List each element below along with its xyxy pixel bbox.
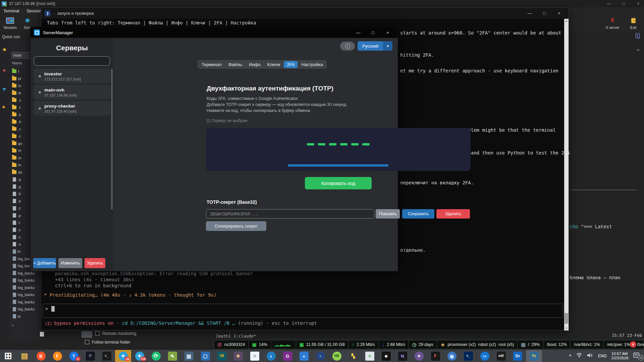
maximize-button[interactable]: □ xyxy=(366,30,380,35)
taskbar-app[interactable]: ⊞ xyxy=(0,350,16,362)
maximize-button[interactable]: □ xyxy=(621,1,627,6)
x-server-button[interactable]: X X server xyxy=(604,16,621,29)
sftp-path-input[interactable]: /root/ xyxy=(11,52,33,59)
server-list-item[interactable]: main-ovh 37.187.136.86 [ssh] xyxy=(34,85,110,100)
tab[interactable]: Инфо xyxy=(246,61,263,68)
tab[interactable]: Файлы xyxy=(225,61,245,68)
close-button[interactable]: × xyxy=(380,30,395,35)
terminal-scrollbar[interactable]: ▲ ▼ xyxy=(564,19,569,330)
file-row[interactable]: log_backu xyxy=(10,284,41,291)
taskbar-app[interactable]: ▤ xyxy=(16,350,33,362)
taskbar-app[interactable]: N xyxy=(394,350,411,362)
language-dropdown[interactable]: Русский ▾ xyxy=(358,41,392,51)
language-indicator[interactable]: ENG xyxy=(598,354,607,358)
totp-code-panel[interactable] xyxy=(206,128,471,171)
taskbar-app[interactable]: ✈ .26 xyxy=(115,350,131,362)
taskbar-app[interactable]: ◉ xyxy=(444,350,460,362)
notification-center-icon[interactable]: 32 xyxy=(633,353,641,359)
server-search-input[interactable] xyxy=(34,56,110,66)
favorites-star-icon[interactable]: ★ xyxy=(2,46,7,53)
taskbar-app[interactable]: ≈ xyxy=(362,350,378,362)
tab[interactable]: Настройка xyxy=(298,61,326,68)
taskbar-app[interactable]: ▦ xyxy=(181,350,197,362)
taskbar-app[interactable]: Py xyxy=(526,350,542,362)
taskbar-app[interactable]: VB xyxy=(214,350,230,362)
tmux-clock: 15:57 23-Feb xyxy=(612,333,642,338)
taskbar-app[interactable]: ≡ xyxy=(247,350,263,362)
maximize-button[interactable]: □ xyxy=(537,11,552,16)
wifi-icon[interactable] xyxy=(576,353,582,359)
taskbar-app[interactable]: Qu xyxy=(509,350,526,362)
taskbar-app[interactable]: ▭ xyxy=(477,350,493,362)
taskbar-app[interactable]: ✦ xyxy=(411,350,427,362)
file-row[interactable]: lo xyxy=(10,313,41,320)
tray-clock[interactable]: 10:57 AM2/23/2026 xyxy=(611,352,629,360)
taskbar-app[interactable]: ♆ xyxy=(312,350,329,362)
paperclip-icon[interactable] xyxy=(635,33,640,41)
taskbar-app[interactable]: G xyxy=(279,350,296,362)
taskbar-app[interactable]: T 2 xyxy=(66,350,82,362)
delete-secret-button[interactable]: Удалить xyxy=(436,209,470,219)
scroll-down-arrow[interactable]: ▼ xyxy=(564,327,569,330)
file-row[interactable]: log_backu xyxy=(10,277,41,284)
save-secret-button[interactable]: Сохранить xyxy=(402,209,434,219)
delete-server-button[interactable]: Удалить xyxy=(85,258,105,268)
generate-secret-button[interactable]: Сгенерировать секрет xyxy=(206,221,266,231)
macros-icon[interactable]: ✦ xyxy=(2,67,6,74)
taskbar-app[interactable]: F xyxy=(427,350,444,362)
menu-item[interactable]: Terminal xyxy=(3,9,19,13)
minimize-button[interactable]: — xyxy=(351,30,366,35)
taskbar-app[interactable]: >_ xyxy=(460,350,477,362)
tab[interactable]: Ключи xyxy=(264,61,283,68)
show-secret-button[interactable]: Показать xyxy=(376,209,400,219)
taskbar-app[interactable]: ◆ xyxy=(378,350,394,362)
terminal-titlebar[interactable]: ❯ · запуск и проверка — □ × xyxy=(41,8,569,19)
taskbar-app[interactable]: ▲ xyxy=(296,350,312,362)
taskbar-app[interactable]: ✱ xyxy=(230,350,247,362)
file-row[interactable]: log_backu xyxy=(10,306,41,313)
totp-secret-input[interactable] xyxy=(206,209,374,219)
file-row[interactable]: log_backu xyxy=(10,291,41,299)
scrollbar-thumb[interactable] xyxy=(565,313,568,324)
tab[interactable]: Терминал xyxy=(199,61,225,68)
taskbar-app[interactable]: ◗ xyxy=(263,350,279,362)
add-server-button[interactable]: + Добавить xyxy=(33,258,56,268)
minimize-button[interactable]: — xyxy=(522,11,537,16)
taskbar-app[interactable]: ▚ xyxy=(345,350,362,362)
taskbar-app[interactable]: B xyxy=(33,350,49,362)
minimize-button[interactable]: — xyxy=(606,1,612,6)
taskbar-app[interactable]: P xyxy=(82,350,99,362)
info-button[interactable]: i xyxy=(340,42,355,51)
taskbar-app[interactable]: ✎ xyxy=(164,350,181,362)
remote-monitoring-checkbox[interactable]: Remote monitoring xyxy=(95,331,136,336)
taskbar-app[interactable]: ⟳ xyxy=(148,350,164,362)
scroll-up-arrow[interactable]: ▲ xyxy=(564,19,569,22)
taskbar-app[interactable]: ✈ 715 xyxy=(131,350,148,362)
session-button[interactable]: Session xyxy=(1,16,19,29)
edit-server-button[interactable]: Изменить xyxy=(58,258,82,268)
panel-back-arrow-icon[interactable]: « xyxy=(11,322,14,327)
volume-icon[interactable] xyxy=(587,353,593,359)
file-row[interactable]: log_backu xyxy=(10,298,41,306)
servermanager-titlebar[interactable]: ServerManager — □ × xyxy=(31,27,397,38)
close-button[interactable]: × xyxy=(552,11,567,16)
claude-input-box[interactable] xyxy=(43,304,563,318)
server-list-item[interactable]: investor 173.212.212.157 [ssh] xyxy=(34,69,110,83)
tray-chevron-icon[interactable]: ^ xyxy=(569,353,572,358)
tools-icon[interactable]: ● xyxy=(2,104,5,110)
monitoring-close-button[interactable]: × xyxy=(630,341,636,348)
close-button[interactable]: × xyxy=(635,1,641,6)
taskbar-app[interactable]: >_ xyxy=(99,350,115,362)
tab[interactable]: 2FA xyxy=(284,61,298,68)
server-list-item[interactable]: proxy-checker 161.97.118.40 [ssh] xyxy=(34,101,110,116)
taskbar-app[interactable]: HS xyxy=(329,350,345,362)
copy-code-button[interactable]: Копировать код xyxy=(305,177,372,189)
send-plane-icon[interactable]: ➤ xyxy=(1,85,8,93)
follow-terminal-folder-checkbox[interactable]: Follow terminal folder xyxy=(85,340,130,345)
taskbar-app[interactable]: ▢ xyxy=(197,350,214,362)
server-list-scrollbar[interactable] xyxy=(111,69,113,209)
collapse-caret-icon[interactable]: ^ xyxy=(637,48,639,53)
taskbar-app[interactable]: F xyxy=(49,350,66,362)
exit-button[interactable]: Exit xyxy=(625,16,642,29)
taskbar-app[interactable]: mR xyxy=(493,350,509,362)
